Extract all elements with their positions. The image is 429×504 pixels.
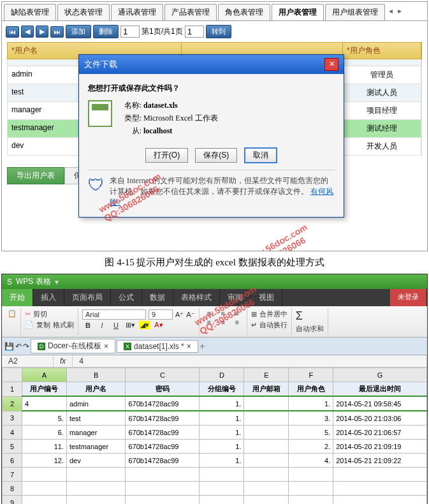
goto-button[interactable]: 转到 xyxy=(206,25,231,38)
tab-scroll-left-icon[interactable]: ◂ xyxy=(386,4,395,20)
add-button[interactable]: 添加 xyxy=(66,25,91,38)
tab-bar: 缺陷表管理 状态表管理 通讯表管理 产品表管理 角色表管理 用户表管理 用户组表… xyxy=(2,2,427,21)
close-tab-icon[interactable]: × xyxy=(187,342,191,351)
formula-bar[interactable]: 4 xyxy=(73,355,427,367)
align-center-icon[interactable]: ≡ xyxy=(217,318,229,326)
tab-comm[interactable]: 通讯表管理 xyxy=(111,4,163,20)
close-tab-icon[interactable]: × xyxy=(104,342,108,351)
align-right-icon[interactable]: ≡ xyxy=(231,318,243,326)
fill-color-button[interactable]: ◢▾ xyxy=(139,321,150,329)
dialog-title: 文件下载 xyxy=(84,59,117,70)
figure-caption-1: 图 4-15 提示用户对生成的 excel 数据报表的处理方式 xyxy=(0,256,429,269)
col-header[interactable]: B xyxy=(66,368,126,382)
doctab-file[interactable]: Xdataset[1].xls *× xyxy=(117,340,198,353)
align-top-icon[interactable]: ≡ xyxy=(203,309,215,317)
new-tab-icon[interactable]: + xyxy=(200,341,205,352)
paste-button[interactable]: 📋 xyxy=(8,309,17,318)
copy-button[interactable]: 复制 xyxy=(36,320,50,330)
menu-data[interactable]: 数据 xyxy=(142,289,173,306)
fx-icon[interactable]: fx xyxy=(54,355,73,367)
italic-button[interactable]: I xyxy=(96,322,108,329)
download-dialog: 文件下载 ✕ 您想打开或保存此文件吗？ 名称: dataset.xls 类型: … xyxy=(78,54,344,218)
wps-logo: S xyxy=(7,278,12,286)
copy-icon[interactable]: 📄 xyxy=(25,321,34,329)
font-size-select[interactable]: 9 xyxy=(149,309,173,320)
menu-layout[interactable]: 页面布局 xyxy=(64,289,111,306)
font-name-select[interactable]: Arial xyxy=(82,309,146,320)
decrease-font-icon[interactable]: A⁻ xyxy=(186,311,194,319)
border-button[interactable]: ⊞▾ xyxy=(124,321,136,329)
menu-view[interactable]: 视图 xyxy=(251,289,282,306)
delete-button[interactable]: 删除 xyxy=(93,25,119,38)
col-header[interactable]: F xyxy=(289,368,333,382)
row-header[interactable]: 5 xyxy=(3,440,22,454)
next-page-button[interactable]: ▶ xyxy=(36,26,48,38)
menu-start[interactable]: 开始 xyxy=(2,289,33,306)
wrap-button[interactable]: ↵自动换行 xyxy=(251,320,287,330)
page-current[interactable] xyxy=(120,26,140,38)
col-header[interactable]: A xyxy=(22,368,67,382)
col-header[interactable]: C xyxy=(126,368,200,382)
menu-review[interactable]: 审阅 xyxy=(220,289,251,306)
ribbon: 📋 ✂剪切 📄复制 格式刷 Arial 9 A⁺ A⁻ BIU⊞▾◢▾A▾ ≡≡… xyxy=(2,306,427,337)
open-button[interactable]: 打开(O) xyxy=(145,148,188,163)
tab-user[interactable]: 用户表管理 xyxy=(272,4,324,20)
tab-product[interactable]: 产品表管理 xyxy=(164,4,217,20)
menu-insert[interactable]: 插入 xyxy=(33,289,64,306)
col-header[interactable]: D xyxy=(200,368,244,382)
cut-button[interactable]: 剪切 xyxy=(33,309,47,319)
close-icon[interactable]: ✕ xyxy=(324,58,338,71)
tab-status[interactable]: 状态表管理 xyxy=(57,4,110,20)
format-painter[interactable]: 格式刷 xyxy=(53,320,74,330)
align-mid-icon[interactable]: ≡ xyxy=(217,309,229,317)
undo-icon[interactable]: ↶ xyxy=(15,342,22,351)
row-header[interactable]: 6 xyxy=(3,454,22,468)
row-header[interactable]: 3 xyxy=(3,411,22,426)
export-users-button[interactable]: 导出用户表 xyxy=(7,167,64,184)
cut-icon[interactable]: ✂ xyxy=(25,310,31,318)
tab-usergroup[interactable]: 用户组表管理 xyxy=(325,4,385,20)
menu-formula[interactable]: 公式 xyxy=(111,289,142,306)
save-button[interactable]: 保存(S) xyxy=(195,148,237,163)
row-header[interactable]: 9 xyxy=(3,496,22,505)
cell-ref[interactable]: A2 xyxy=(2,355,54,367)
menu-bar: 开始 插入 页面布局 公式 数据 表格样式 审阅 视图 未登录 xyxy=(2,289,427,306)
col-header[interactable]: E xyxy=(244,368,289,382)
autosum-button[interactable]: Σ xyxy=(296,309,324,323)
wps-window: SWPS 表格 ▾ 开始 插入 页面布局 公式 数据 表格样式 审阅 视图 未登… xyxy=(1,274,428,504)
first-page-button[interactable]: ⏮ xyxy=(6,26,19,38)
row-header[interactable]: 4 xyxy=(3,426,22,440)
docer-icon: D xyxy=(38,343,45,350)
cancel-button[interactable]: 取消 xyxy=(244,147,277,163)
font-color-button[interactable]: A▾ xyxy=(153,321,164,329)
col-header[interactable]: G xyxy=(333,368,427,382)
align-bot-icon[interactable]: ≡ xyxy=(231,309,243,317)
select-all[interactable] xyxy=(3,368,22,382)
login-button[interactable]: 未登录 xyxy=(390,289,427,306)
file-from: localhost xyxy=(143,126,172,135)
bold-button[interactable]: B xyxy=(82,322,94,329)
tab-role[interactable]: 角色表管理 xyxy=(218,4,270,20)
increase-font-icon[interactable]: A⁺ xyxy=(175,311,184,319)
save-icon[interactable]: 💾 xyxy=(4,342,14,351)
last-page-button[interactable]: ⏭ xyxy=(50,26,64,38)
underline-button[interactable]: U xyxy=(110,322,122,329)
row-header[interactable]: 8 xyxy=(3,482,22,496)
spreadsheet[interactable]: A B C D E F G 1 用户编号用户名密码分组编号用户邮箱用户角色最后退… xyxy=(2,367,427,504)
tab-defect[interactable]: 缺陷表管理 xyxy=(4,4,56,20)
page-goto-input[interactable] xyxy=(185,26,204,38)
merge-button[interactable]: ⊞合并居中 xyxy=(251,309,287,319)
redo-icon[interactable]: ↷ xyxy=(23,342,29,351)
app-title: WPS 表格 xyxy=(16,276,51,287)
row-header[interactable]: 2 xyxy=(3,396,22,411)
prev-page-button[interactable]: ◀ xyxy=(21,26,34,38)
align-left-icon[interactable]: ≡ xyxy=(203,318,215,326)
doctab-docer[interactable]: DDocer-在线模板× xyxy=(31,339,115,353)
row-header[interactable]: 1 xyxy=(3,382,22,397)
tab-scroll-right-icon[interactable]: ▸ xyxy=(395,4,404,20)
row-header[interactable]: 7 xyxy=(3,468,22,482)
excel-icon: X xyxy=(124,343,131,350)
warning-text: 来自 Internet 的文件可能对您有所帮助，但某些文件可能危害您的计算机。如… xyxy=(110,176,328,196)
menu-style[interactable]: 表格样式 xyxy=(173,289,220,306)
col-role[interactable]: *用户角色 xyxy=(343,43,421,59)
